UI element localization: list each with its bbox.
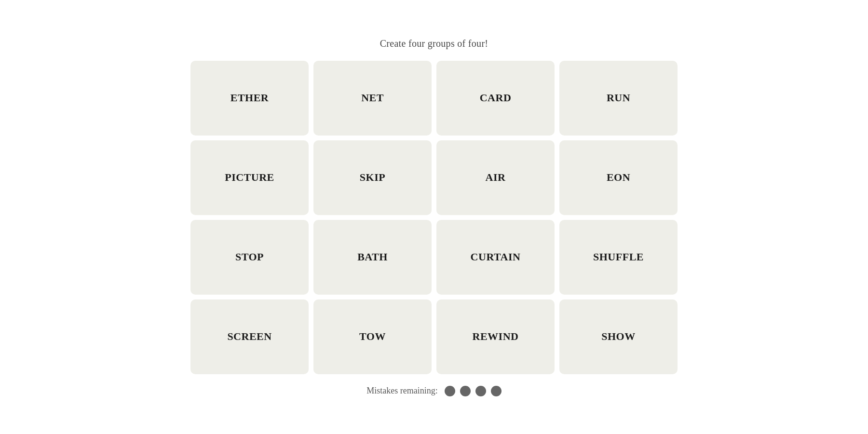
tile-label-rewind: REWIND <box>473 330 519 343</box>
tile-tow[interactable]: TOW <box>313 299 432 374</box>
tile-label-skip: SKIP <box>360 171 385 184</box>
tile-label-ether: ETHER <box>231 92 269 104</box>
tile-eon[interactable]: EON <box>559 140 678 215</box>
tile-shuffle[interactable]: SHUFFLE <box>559 220 678 295</box>
tile-label-card: CARD <box>480 92 512 104</box>
tile-label-tow: TOW <box>359 330 386 343</box>
tile-run[interactable]: RUN <box>559 61 678 136</box>
tile-label-screen: SCREEN <box>227 330 271 343</box>
tile-label-net: NET <box>361 92 384 104</box>
tile-screen[interactable]: SCREEN <box>190 299 309 374</box>
tile-rewind[interactable]: REWIND <box>436 299 555 374</box>
tile-air[interactable]: AIR <box>436 140 555 215</box>
tile-card[interactable]: CARD <box>436 61 555 136</box>
tile-ether[interactable]: ETHER <box>190 61 309 136</box>
mistake-dot-2 <box>460 386 471 396</box>
tile-label-show: SHOW <box>601 330 635 343</box>
word-grid: ETHERNETCARDRUNPICTURESKIPAIREONSTOPBATH… <box>190 61 678 374</box>
tile-label-shuffle: SHUFFLE <box>593 251 644 263</box>
tile-show[interactable]: SHOW <box>559 299 678 374</box>
tile-net[interactable]: NET <box>313 61 432 136</box>
tile-label-eon: EON <box>607 171 630 184</box>
mistake-dot-4 <box>491 386 502 396</box>
tile-stop[interactable]: STOP <box>190 220 309 295</box>
tile-picture[interactable]: PICTURE <box>190 140 309 215</box>
tile-skip[interactable]: SKIP <box>313 140 432 215</box>
tile-label-run: RUN <box>607 92 630 104</box>
mistakes-label: Mistakes remaining: <box>366 386 437 396</box>
game-container: Create four groups of four! ETHERNETCARD… <box>181 38 687 396</box>
mistakes-row: Mistakes remaining: <box>366 386 501 396</box>
game-subtitle: Create four groups of four! <box>380 38 488 49</box>
tile-label-curtain: CURTAIN <box>471 251 521 263</box>
tile-label-picture: PICTURE <box>225 171 274 184</box>
mistake-dot-1 <box>445 386 455 396</box>
tile-label-air: AIR <box>486 171 506 184</box>
tile-curtain[interactable]: CURTAIN <box>436 220 555 295</box>
tile-bath[interactable]: BATH <box>313 220 432 295</box>
mistake-dot-3 <box>475 386 486 396</box>
tile-label-stop: STOP <box>235 251 264 263</box>
tile-label-bath: BATH <box>357 251 388 263</box>
